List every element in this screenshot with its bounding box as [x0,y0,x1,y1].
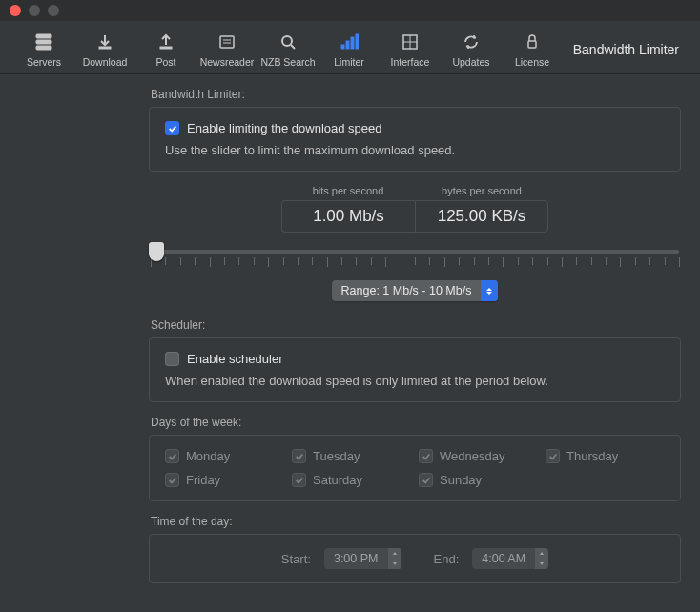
svg-rect-12 [351,37,354,49]
toolbar-label: Interface [391,56,430,68]
enable-scheduler-label: Enable scheduler [187,352,282,366]
svg-rect-1 [36,40,51,44]
day-checkbox[interactable] [165,473,179,487]
svg-point-8 [282,36,292,46]
enable-limiter-label: Enable limiting the download speed [187,121,382,135]
toolbar-label: Newsreader [200,56,255,68]
day-checkbox[interactable] [546,449,560,463]
svg-rect-4 [160,47,172,49]
start-time-stepper[interactable] [388,548,401,569]
days-panel: MondayTuesdayWednesdayThursdayFridaySatu… [149,435,681,501]
day-sunday[interactable]: Sunday [419,473,538,487]
day-label: Monday [186,449,230,463]
svg-rect-13 [356,34,359,49]
servers-icon [34,31,53,52]
scheduler-hint: When enabled the download speed is only … [165,374,665,388]
toolbar-label: Servers [27,56,61,68]
limiter-hint: Use the slider to limit the maximum down… [165,143,665,157]
svg-line-9 [291,45,295,49]
toolbar-label: Post [155,56,175,68]
zoom-window-button[interactable] [48,5,59,16]
time-section-label: Time of the day: [151,515,681,528]
toolbar-nzb-search[interactable]: NZB Search [257,31,319,68]
toolbar-label: Updates [452,56,489,68]
scheduler-panel: Enable scheduler When enabled the downlo… [149,337,681,402]
day-checkbox[interactable] [292,449,306,463]
end-time-value: 4:00 AM [472,548,535,569]
end-time-field[interactable]: 4:00 AM [472,548,548,569]
enable-limiter-checkbox[interactable] [165,121,179,135]
time-panel: Start: 3:00 PM End: 4:00 AM [149,534,681,583]
day-checkbox[interactable] [419,473,433,487]
window-titlebar [0,0,700,21]
bytes-value: 125.00 KB/s [415,200,548,233]
limiter-section-label: Bandwidth Limiter: [151,88,681,101]
close-window-button[interactable] [10,5,21,16]
day-label: Saturday [313,473,362,487]
license-icon [524,31,541,52]
scheduler-section-label: Scheduler: [151,318,681,332]
limiter-panel: Enable limiting the download speed Use t… [149,107,681,172]
days-section-label: Days of the week: [151,416,681,429]
end-label: End: [434,552,460,566]
toolbar-updates[interactable]: Updates [441,31,502,68]
minimize-window-button[interactable] [29,5,40,16]
toolbar-limiter[interactable]: Limiter [319,31,380,68]
range-select[interactable]: Range: 1 Mb/s - 10 Mb/s [332,280,499,301]
enable-scheduler-checkbox[interactable] [165,352,179,366]
speed-display: bits per second 1.00 Mb/s bytes per seco… [149,185,681,233]
svg-rect-11 [346,41,349,49]
toolbar-label: NZB Search [260,56,315,68]
search-icon [279,31,297,52]
day-friday[interactable]: Friday [165,473,284,487]
toolbar-post[interactable]: Post [135,31,196,68]
day-label: Tuesday [313,449,360,463]
svg-rect-17 [528,41,536,48]
day-monday[interactable]: Monday [165,449,284,463]
bytes-header: bytes per second [442,185,522,196]
day-label: Thursday [566,449,618,463]
preferences-toolbar: Servers Download Post Newsreader NZB Sea… [0,21,700,74]
day-thursday[interactable]: Thursday [546,449,665,463]
interface-icon [401,31,419,52]
bits-header: bits per second [313,185,384,196]
svg-rect-10 [341,45,344,49]
end-time-stepper[interactable] [535,548,548,569]
toolbar-label: Limiter [334,56,364,68]
svg-rect-2 [36,46,51,50]
speed-slider[interactable] [151,242,679,275]
day-checkbox[interactable] [292,473,306,487]
toolbar-label: Download [83,56,128,68]
toolbar-download[interactable]: Download [74,31,135,68]
updates-icon [463,31,480,52]
day-wednesday[interactable]: Wednesday [419,449,538,463]
dropdown-arrows-icon [481,280,498,301]
day-tuesday[interactable]: Tuesday [292,449,411,463]
toolbar-interface[interactable]: Interface [380,31,441,68]
start-time-field[interactable]: 3:00 PM [324,548,401,569]
toolbar-label: License [515,56,549,68]
range-select-value: Range: 1 Mb/s - 10 Mb/s [332,284,482,297]
day-label: Sunday [440,473,482,487]
day-saturday[interactable]: Saturday [292,473,411,487]
toolbar-servers[interactable]: Servers [13,31,74,68]
download-icon [96,31,113,52]
day-checkbox[interactable] [419,449,433,463]
svg-rect-0 [36,34,51,38]
toolbar-newsreader[interactable]: Newsreader [196,31,257,68]
window-title: Bandwidth Limiter [573,42,687,57]
newsreader-icon [218,31,236,52]
upload-icon [157,31,175,52]
content-area: Bandwidth Limiter: Enable limiting the d… [0,74,700,602]
limiter-icon [340,31,359,52]
day-label: Friday [186,473,220,487]
start-time-value: 3:00 PM [324,548,388,569]
bits-value: 1.00 Mb/s [281,200,415,233]
toolbar-license[interactable]: License [502,31,563,68]
day-checkbox[interactable] [165,449,179,463]
day-label: Wednesday [440,449,504,463]
svg-rect-5 [220,36,234,48]
svg-rect-3 [99,47,111,49]
start-label: Start: [281,552,311,566]
slider-thumb[interactable] [149,242,164,261]
